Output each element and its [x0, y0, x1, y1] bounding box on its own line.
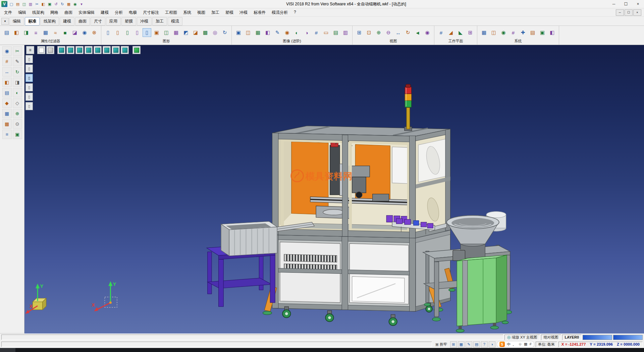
wireframe-view-icon[interactable]: ▯ [113, 28, 122, 37]
toolbar-tab[interactable]: 塑膜 [121, 17, 136, 26]
workplane-reset-icon[interactable]: ⊞ [466, 28, 475, 37]
menu-item[interactable]: 实体编辑 [76, 9, 97, 16]
toolbar-tab[interactable]: 编辑 [9, 17, 24, 26]
menu-item[interactable]: 线架构 [30, 9, 47, 16]
iso-view-button[interactable] [112, 46, 120, 54]
zoom-in-icon[interactable]: ⊕ [374, 28, 383, 37]
save-file-icon[interactable]: ◫ [21, 1, 27, 7]
display-settings-icon[interactable]: ◫ [489, 28, 498, 37]
layer-filter-icon[interactable]: ≡ [32, 28, 40, 37]
menu-item[interactable]: 建模 [98, 9, 111, 16]
toolbar-tab[interactable]: 模流 [168, 17, 182, 26]
ime-punct-button[interactable]: 。 [513, 342, 516, 347]
dynamic-iso-view-button[interactable] [132, 46, 141, 54]
toolbar-tab[interactable]: 加工 [152, 17, 167, 26]
reset-filter-icon[interactable]: ⊗ [90, 28, 99, 37]
view-slot-2-button[interactable]: ▯ [25, 64, 33, 73]
paste-icon[interactable]: ▣ [47, 1, 53, 7]
shaded-view-button[interactable] [46, 46, 54, 54]
box-view-icon[interactable]: ▣ [152, 28, 161, 37]
section-view-icon[interactable]: ◫ [162, 28, 171, 37]
clipboard-icon[interactable]: ▣ [13, 130, 22, 139]
chamfer-icon[interactable]: ◇ [13, 98, 22, 108]
menu-item[interactable]: 标准件 [251, 9, 268, 16]
highlight-edges-icon[interactable]: ▯ [143, 28, 151, 37]
rotate-icon[interactable]: ↻ [13, 67, 22, 77]
absolute-view-indicator[interactable]: 绝对视图 [541, 335, 561, 340]
hiddenline-view-icon[interactable]: ▯ [123, 28, 132, 37]
shell-icon[interactable]: ▦ [2, 109, 12, 118]
solid-filter-icon[interactable]: ■ [61, 28, 69, 37]
toolbar-tab[interactable]: 标准 [25, 17, 40, 26]
move-icon[interactable]: ↔ [2, 67, 12, 77]
qat-dropdown-icon[interactable]: ▾ [78, 1, 85, 7]
mdi-restore-button[interactable]: ☐ [625, 9, 633, 16]
mdi-close-button[interactable]: × [633, 9, 641, 16]
menu-item[interactable]: 文件 [1, 9, 15, 16]
edit-note-icon[interactable]: ✎ [466, 341, 472, 348]
refresh-icon[interactable]: ↻ [220, 28, 229, 37]
toolbar-tab[interactable]: 建模 [60, 17, 74, 26]
tab-dropdown-button[interactable]: ▾ [1, 18, 9, 25]
print-icon[interactable]: ▥ [28, 1, 34, 7]
stamp-icon[interactable]: ◉ [283, 28, 291, 37]
view-list-button[interactable]: ≡ [26, 46, 34, 54]
gallery-icon[interactable]: ▦ [254, 28, 262, 37]
measure-icon[interactable]: ⊙ [13, 119, 22, 129]
3d-model-canvas[interactable]: 模具资料网 [24, 45, 644, 334]
zoom-window-icon[interactable]: ⊡ [365, 28, 373, 37]
menu-item[interactable]: 模流分析 [269, 9, 290, 16]
active-layer-indicator[interactable]: LAYER0 [562, 335, 582, 340]
zoom-fit-icon[interactable]: ⊞ [355, 28, 364, 37]
snapshot-icon[interactable]: ◫ [244, 28, 253, 37]
copy-icon[interactable]: ◧ [40, 1, 46, 7]
database-icon[interactable]: ▤ [528, 28, 537, 37]
select-icon[interactable]: ◉ [2, 46, 12, 56]
light-icon[interactable]: ◎ [211, 28, 219, 37]
new-file-icon[interactable]: ▢ [8, 1, 14, 7]
workplane-xy-icon[interactable]: # [437, 28, 445, 37]
contrast-icon[interactable]: ◑ [302, 28, 311, 37]
toolbar-tab[interactable]: 曲面 [75, 17, 90, 26]
surface-filter-icon[interactable]: ◪ [70, 28, 79, 37]
render-icon[interactable]: ◉ [72, 1, 78, 7]
view-slot-5-button[interactable]: ▯ [25, 93, 33, 101]
left-view-button[interactable] [85, 46, 93, 54]
mirror-icon[interactable]: ◧ [2, 78, 12, 87]
menu-item[interactable]: 分析 [112, 9, 125, 16]
material-icon[interactable]: ◪ [191, 28, 200, 37]
iso-rear-view-button[interactable] [121, 46, 129, 54]
color-table-icon[interactable]: ▦ [480, 28, 488, 37]
grid-icon[interactable]: # [2, 57, 12, 66]
profile-icon[interactable]: ◧ [548, 28, 556, 37]
toolbar-tab[interactable]: 尺寸 [91, 17, 105, 26]
pan-view-icon[interactable]: ↔ [394, 28, 402, 37]
menu-item[interactable]: 尺寸标注 [140, 9, 162, 16]
mdi-minimize-button[interactable]: ─ [616, 9, 624, 16]
visibility-icon[interactable]: ◉ [80, 28, 89, 37]
history-icon[interactable]: ◑ [489, 341, 495, 348]
toolbar-tab[interactable]: 冲模 [137, 17, 152, 26]
cut-icon[interactable]: ✂ [34, 1, 40, 7]
color-filter-icon[interactable]: ◨ [22, 28, 31, 37]
ime-keyboard-button[interactable]: ▦ [524, 342, 527, 347]
layers-icon[interactable]: ≡ [2, 130, 12, 139]
menu-item[interactable]: 加工 [209, 9, 222, 16]
capture-icon[interactable]: ▣ [234, 28, 243, 37]
back-view-button[interactable] [94, 46, 102, 54]
bottom-view-button[interactable] [103, 46, 111, 54]
ime-logo-icon[interactable]: S [499, 342, 505, 347]
front-view-button[interactable] [66, 46, 74, 54]
brightness-icon[interactable]: ◐ [292, 28, 301, 37]
compare-icon[interactable]: ◧ [263, 28, 272, 37]
element-filter-icon[interactable]: ▦ [41, 28, 50, 37]
toolbar-tab[interactable]: 线架构 [40, 17, 59, 26]
top-view-button[interactable] [57, 46, 65, 54]
scale-icon[interactable]: ◨ [13, 78, 22, 87]
workplane-3point-icon[interactable]: ◣ [456, 28, 465, 37]
wire-filter-icon[interactable]: ≈ [51, 28, 60, 37]
menu-item[interactable]: 塑模 [223, 9, 236, 16]
snap-lock-toggle[interactable]: ▣ 拴牢 [433, 342, 448, 347]
previous-view-icon[interactable]: ◄ [413, 28, 422, 37]
ruler-icon[interactable]: ▭ [322, 28, 330, 37]
